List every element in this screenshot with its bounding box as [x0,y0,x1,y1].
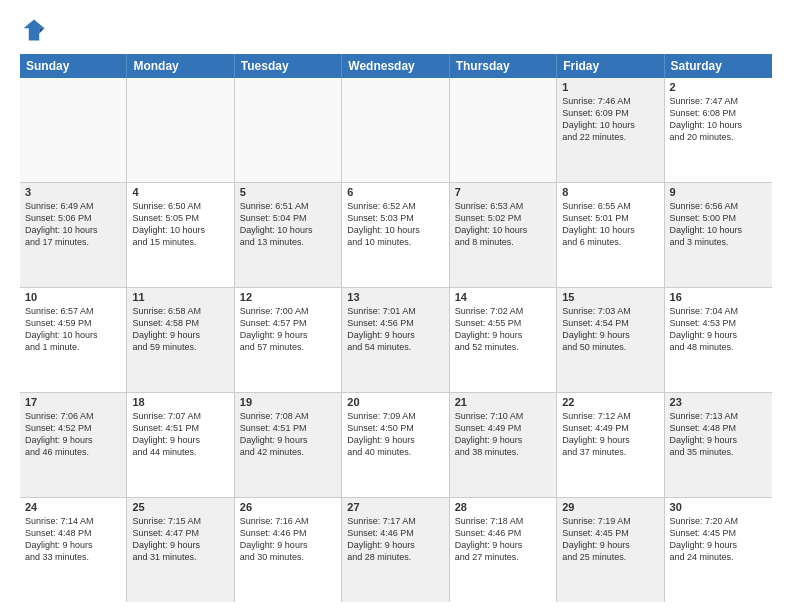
cal-cell-0-6: 2Sunrise: 7:47 AM Sunset: 6:08 PM Daylig… [665,78,772,182]
day-number: 13 [347,291,443,303]
cell-info-text: Sunrise: 7:46 AM Sunset: 6:09 PM Dayligh… [562,95,658,144]
cal-cell-1-2: 5Sunrise: 6:51 AM Sunset: 5:04 PM Daylig… [235,183,342,287]
header-day-saturday: Saturday [665,54,772,78]
day-number: 28 [455,501,551,513]
cal-cell-4-3: 27Sunrise: 7:17 AM Sunset: 4:46 PM Dayli… [342,498,449,602]
cell-info-text: Sunrise: 6:49 AM Sunset: 5:06 PM Dayligh… [25,200,121,249]
cell-info-text: Sunrise: 7:17 AM Sunset: 4:46 PM Dayligh… [347,515,443,564]
cell-info-text: Sunrise: 6:51 AM Sunset: 5:04 PM Dayligh… [240,200,336,249]
cell-info-text: Sunrise: 7:09 AM Sunset: 4:50 PM Dayligh… [347,410,443,459]
cal-cell-1-0: 3Sunrise: 6:49 AM Sunset: 5:06 PM Daylig… [20,183,127,287]
cal-cell-3-2: 19Sunrise: 7:08 AM Sunset: 4:51 PM Dayli… [235,393,342,497]
day-number: 26 [240,501,336,513]
cell-info-text: Sunrise: 7:47 AM Sunset: 6:08 PM Dayligh… [670,95,767,144]
cal-cell-2-4: 14Sunrise: 7:02 AM Sunset: 4:55 PM Dayli… [450,288,557,392]
header-day-friday: Friday [557,54,664,78]
cell-info-text: Sunrise: 7:15 AM Sunset: 4:47 PM Dayligh… [132,515,228,564]
cal-cell-4-6: 30Sunrise: 7:20 AM Sunset: 4:45 PM Dayli… [665,498,772,602]
cal-cell-0-5: 1Sunrise: 7:46 AM Sunset: 6:09 PM Daylig… [557,78,664,182]
cal-cell-2-5: 15Sunrise: 7:03 AM Sunset: 4:54 PM Dayli… [557,288,664,392]
cal-cell-1-4: 7Sunrise: 6:53 AM Sunset: 5:02 PM Daylig… [450,183,557,287]
cell-info-text: Sunrise: 6:56 AM Sunset: 5:00 PM Dayligh… [670,200,767,249]
header-day-thursday: Thursday [450,54,557,78]
day-number: 10 [25,291,121,303]
cell-info-text: Sunrise: 7:12 AM Sunset: 4:49 PM Dayligh… [562,410,658,459]
logo [20,16,52,44]
calendar: SundayMondayTuesdayWednesdayThursdayFrid… [20,54,772,602]
cal-cell-0-4 [450,78,557,182]
cal-cell-3-3: 20Sunrise: 7:09 AM Sunset: 4:50 PM Dayli… [342,393,449,497]
cell-info-text: Sunrise: 7:04 AM Sunset: 4:53 PM Dayligh… [670,305,767,354]
page: SundayMondayTuesdayWednesdayThursdayFrid… [0,0,792,612]
cell-info-text: Sunrise: 7:08 AM Sunset: 4:51 PM Dayligh… [240,410,336,459]
cell-info-text: Sunrise: 7:07 AM Sunset: 4:51 PM Dayligh… [132,410,228,459]
calendar-header: SundayMondayTuesdayWednesdayThursdayFrid… [20,54,772,78]
day-number: 11 [132,291,228,303]
cal-cell-2-1: 11Sunrise: 6:58 AM Sunset: 4:58 PM Dayli… [127,288,234,392]
cal-cell-0-1 [127,78,234,182]
calendar-row-1: 3Sunrise: 6:49 AM Sunset: 5:06 PM Daylig… [20,183,772,288]
cell-info-text: Sunrise: 6:53 AM Sunset: 5:02 PM Dayligh… [455,200,551,249]
day-number: 24 [25,501,121,513]
day-number: 16 [670,291,767,303]
cell-info-text: Sunrise: 7:10 AM Sunset: 4:49 PM Dayligh… [455,410,551,459]
cell-info-text: Sunrise: 7:16 AM Sunset: 4:46 PM Dayligh… [240,515,336,564]
day-number: 5 [240,186,336,198]
day-number: 7 [455,186,551,198]
day-number: 30 [670,501,767,513]
cell-info-text: Sunrise: 7:06 AM Sunset: 4:52 PM Dayligh… [25,410,121,459]
cell-info-text: Sunrise: 7:00 AM Sunset: 4:57 PM Dayligh… [240,305,336,354]
cal-cell-1-3: 6Sunrise: 6:52 AM Sunset: 5:03 PM Daylig… [342,183,449,287]
cell-info-text: Sunrise: 7:02 AM Sunset: 4:55 PM Dayligh… [455,305,551,354]
cal-cell-0-0 [20,78,127,182]
cal-cell-0-2 [235,78,342,182]
day-number: 29 [562,501,658,513]
day-number: 9 [670,186,767,198]
cell-info-text: Sunrise: 7:18 AM Sunset: 4:46 PM Dayligh… [455,515,551,564]
day-number: 2 [670,81,767,93]
day-number: 12 [240,291,336,303]
cal-cell-2-3: 13Sunrise: 7:01 AM Sunset: 4:56 PM Dayli… [342,288,449,392]
svg-marker-1 [39,28,44,33]
cal-cell-3-0: 17Sunrise: 7:06 AM Sunset: 4:52 PM Dayli… [20,393,127,497]
day-number: 22 [562,396,658,408]
calendar-row-3: 17Sunrise: 7:06 AM Sunset: 4:52 PM Dayli… [20,393,772,498]
cell-info-text: Sunrise: 6:52 AM Sunset: 5:03 PM Dayligh… [347,200,443,249]
cal-cell-0-3 [342,78,449,182]
day-number: 27 [347,501,443,513]
cell-info-text: Sunrise: 7:20 AM Sunset: 4:45 PM Dayligh… [670,515,767,564]
cell-info-text: Sunrise: 7:14 AM Sunset: 4:48 PM Dayligh… [25,515,121,564]
cal-cell-4-2: 26Sunrise: 7:16 AM Sunset: 4:46 PM Dayli… [235,498,342,602]
cell-info-text: Sunrise: 6:50 AM Sunset: 5:05 PM Dayligh… [132,200,228,249]
day-number: 4 [132,186,228,198]
day-number: 23 [670,396,767,408]
cell-info-text: Sunrise: 7:01 AM Sunset: 4:56 PM Dayligh… [347,305,443,354]
day-number: 21 [455,396,551,408]
cal-cell-4-0: 24Sunrise: 7:14 AM Sunset: 4:48 PM Dayli… [20,498,127,602]
logo-icon [20,16,48,44]
day-number: 1 [562,81,658,93]
cell-info-text: Sunrise: 6:58 AM Sunset: 4:58 PM Dayligh… [132,305,228,354]
cell-info-text: Sunrise: 6:57 AM Sunset: 4:59 PM Dayligh… [25,305,121,354]
header [20,16,772,44]
cell-info-text: Sunrise: 7:13 AM Sunset: 4:48 PM Dayligh… [670,410,767,459]
day-number: 3 [25,186,121,198]
header-day-tuesday: Tuesday [235,54,342,78]
day-number: 20 [347,396,443,408]
cell-info-text: Sunrise: 7:03 AM Sunset: 4:54 PM Dayligh… [562,305,658,354]
cal-cell-3-1: 18Sunrise: 7:07 AM Sunset: 4:51 PM Dayli… [127,393,234,497]
cal-cell-1-1: 4Sunrise: 6:50 AM Sunset: 5:05 PM Daylig… [127,183,234,287]
day-number: 17 [25,396,121,408]
cell-info-text: Sunrise: 6:55 AM Sunset: 5:01 PM Dayligh… [562,200,658,249]
cal-cell-1-5: 8Sunrise: 6:55 AM Sunset: 5:01 PM Daylig… [557,183,664,287]
day-number: 8 [562,186,658,198]
cal-cell-4-1: 25Sunrise: 7:15 AM Sunset: 4:47 PM Dayli… [127,498,234,602]
header-day-monday: Monday [127,54,234,78]
day-number: 14 [455,291,551,303]
day-number: 19 [240,396,336,408]
cell-info-text: Sunrise: 7:19 AM Sunset: 4:45 PM Dayligh… [562,515,658,564]
calendar-row-2: 10Sunrise: 6:57 AM Sunset: 4:59 PM Dayli… [20,288,772,393]
cal-cell-2-2: 12Sunrise: 7:00 AM Sunset: 4:57 PM Dayli… [235,288,342,392]
cal-cell-3-5: 22Sunrise: 7:12 AM Sunset: 4:49 PM Dayli… [557,393,664,497]
day-number: 6 [347,186,443,198]
